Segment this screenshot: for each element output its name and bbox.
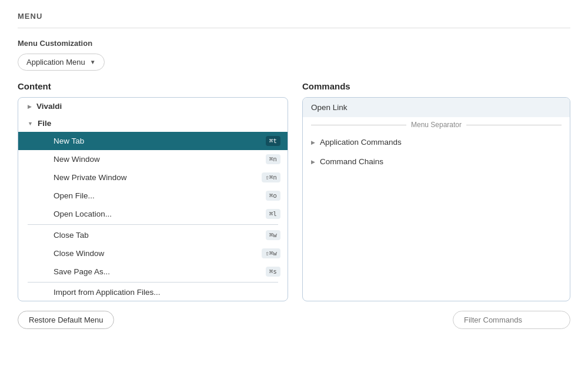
cmd-item-command-chains[interactable]: ▶ Command Chains [303,152,570,171]
menu-separator-row: Menu Separator [303,117,570,132]
commands-col-header: Commands [302,81,570,91]
shortcut-badge: ⌘n [266,154,280,164]
page-title: MENU [18,12,570,28]
cmd-item-application-commands[interactable]: ▶ Application Commands [303,132,570,152]
restore-default-menu-button[interactable]: Restore Default Menu [18,311,114,329]
tree-item-close-window[interactable]: Close Window⇧⌘w [18,244,288,263]
content-tree: ▶Vivaldi▼FileNew Tab⌘tNew Window⌘nNew Pr… [18,98,288,301]
shortcut-badge: ⌘o [266,191,280,201]
application-menu-dropdown[interactable]: Application Menu ▼ [18,54,105,71]
tree-item-label: Open File... [54,191,261,200]
separator-line-right [466,125,562,125]
tree-item-label: Vivaldi [36,102,280,111]
tree-item-file[interactable]: ▼File [18,115,288,132]
customization-section-label: Menu Customization [18,39,570,48]
tree-item-label: Open Location... [54,210,261,218]
dropdown-label: Application Menu [26,58,85,67]
content-col-header: Content [18,81,288,91]
tree-item-vivaldi[interactable]: ▶Vivaldi [18,98,288,115]
cmd-item-label: Command Chains [320,157,383,166]
tree-item-open-file[interactable]: Open File...⌘o [18,187,288,205]
commands-panel: Open LinkMenu Separator▶ Application Com… [302,97,570,301]
shortcut-badge: ⌘w [266,230,280,240]
tree-item-label: New Private Window [54,173,257,182]
tree-separator [28,224,278,225]
cmd-item-label: Open Link [311,103,348,112]
tree-item-label: File [38,119,280,128]
shortcut-badge: ⌘s [266,267,280,277]
tree-item-label: New Window [54,155,261,164]
cmd-expand-icon: ▶ [311,159,315,165]
tree-item-label: Close Window [54,249,257,258]
tree-item-import[interactable]: Import from Application Files... [18,284,288,301]
cmd-expand-icon: ▶ [311,139,315,145]
tree-item-close-tab[interactable]: Close Tab⌘w [18,226,288,244]
tree-item-new-private-window[interactable]: New Private Window⇧⌘n [18,168,288,187]
tree-item-save-page[interactable]: Save Page As...⌘s [18,263,288,281]
collapse-icon: ▼ [28,121,33,127]
cmd-item-open-link[interactable]: Open Link [303,98,570,117]
tree-item-new-window[interactable]: New Window⌘n [18,150,288,168]
separator-line-left [311,125,406,125]
menu-separator-label: Menu Separator [411,121,462,129]
chevron-down-icon: ▼ [90,59,96,65]
shortcut-badge: ⇧⌘w [262,248,280,258]
expand-icon: ▶ [28,104,32,109]
shortcut-badge: ⇧⌘n [262,172,280,182]
cmd-item-label: Application Commands [320,138,402,147]
tree-item-label: Close Tab [54,231,261,240]
tree-item-new-tab[interactable]: New Tab⌘t [18,132,288,150]
tree-item-label: New Tab [54,137,261,145]
tree-item-label: Import from Application Files... [54,288,280,297]
shortcut-badge: ⌘t [266,136,280,146]
shortcut-badge: ⌘l [266,209,280,219]
tree-separator [28,282,278,283]
tree-item-label: Save Page As... [54,267,261,276]
tree-item-open-location[interactable]: Open Location...⌘l [18,205,288,223]
filter-commands-input[interactable] [453,311,570,329]
